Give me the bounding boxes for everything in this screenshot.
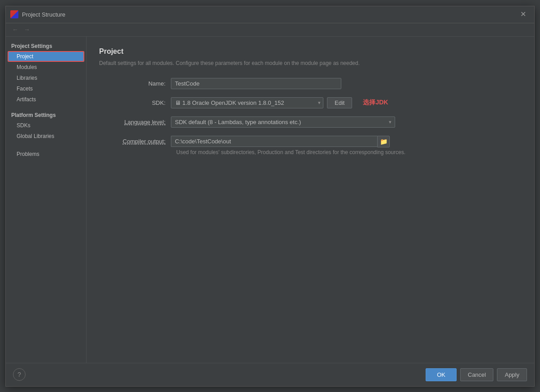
main-content: Project Settings Project Modules Librari… (6, 37, 534, 363)
right-panel: Project Default settings for all modules… (87, 37, 534, 363)
sidebar-item-sdks[interactable]: SDKs (6, 120, 86, 131)
compiler-output-input[interactable] (171, 136, 377, 147)
language-level-row: Language level: SDK default (8 - Lambdas… (99, 116, 522, 128)
project-structure-dialog: Project Structure ✕ ← → Project Settings… (5, 6, 535, 387)
close-button[interactable]: ✕ (517, 9, 530, 20)
sidebar-item-modules[interactable]: Modules (6, 62, 86, 73)
apply-button[interactable]: Apply (497, 368, 527, 381)
sdk-select[interactable]: 🖥 1.8 Oracle OpenJDK version 1.8.0_152 (171, 97, 323, 108)
browse-folder-button[interactable]: 📁 (377, 136, 390, 147)
name-input[interactable] (171, 78, 341, 89)
nav-bar: ← → (6, 23, 534, 37)
cancel-button[interactable]: Cancel (460, 368, 493, 381)
sdk-label: SDK: (99, 99, 171, 106)
title-bar: Project Structure ✕ (6, 6, 534, 23)
language-level-select[interactable]: SDK default (8 - Lambdas, type annotatio… (171, 116, 395, 128)
window-title: Project Structure (22, 11, 517, 18)
language-level-label: Language level: (99, 119, 171, 125)
name-row: Name: (99, 78, 522, 89)
footer: ? OK Cancel Apply (6, 363, 534, 386)
language-level-select-wrap: SDK default (8 - Lambdas, type annotatio… (171, 116, 395, 128)
platform-settings-section-label: Platform Settings (6, 109, 86, 120)
forward-button[interactable]: → (21, 25, 33, 34)
ok-button[interactable]: OK (426, 368, 457, 381)
compiler-output-row: Compiler output: 📁 (99, 136, 390, 147)
panel-title: Project (99, 47, 522, 56)
name-label: Name: (99, 80, 171, 87)
panel-description: Default settings for all modules. Config… (99, 59, 522, 67)
app-icon (10, 10, 18, 18)
edit-sdk-button[interactable]: Edit (327, 97, 352, 108)
sidebar: Project Settings Project Modules Librari… (6, 37, 87, 363)
project-settings-section-label: Project Settings (6, 40, 86, 51)
sidebar-item-project[interactable]: Project (8, 51, 84, 62)
compiler-output-hint: Used for modules' subdirectories, Produc… (176, 149, 405, 155)
sdk-annotation: 选择JDK (363, 99, 388, 107)
back-button[interactable]: ← (9, 25, 21, 34)
sidebar-item-libraries[interactable]: Libraries (6, 73, 86, 83)
sidebar-item-global-libraries[interactable]: Global Libraries (6, 131, 86, 142)
compiler-output-label: Compiler output: (99, 138, 171, 145)
sdk-controls: 🖥 1.8 Oracle OpenJDK version 1.8.0_152 E… (171, 97, 388, 108)
footer-buttons: OK Cancel Apply (426, 368, 527, 381)
sidebar-item-facets[interactable]: Facets (6, 83, 86, 94)
folder-icon: 📁 (380, 138, 388, 145)
sdk-row: SDK: 🖥 1.8 Oracle OpenJDK version 1.8.0_… (99, 97, 522, 108)
compiler-input-row: 📁 (171, 136, 390, 147)
sidebar-item-problems[interactable]: Problems (6, 149, 86, 159)
help-button[interactable]: ? (13, 368, 26, 381)
sidebar-item-artifacts[interactable]: Artifacts (6, 94, 86, 105)
compiler-output-section: Compiler output: 📁 Used for modules' sub… (99, 136, 522, 155)
sdk-select-wrap: 🖥 1.8 Oracle OpenJDK version 1.8.0_152 (171, 97, 323, 108)
